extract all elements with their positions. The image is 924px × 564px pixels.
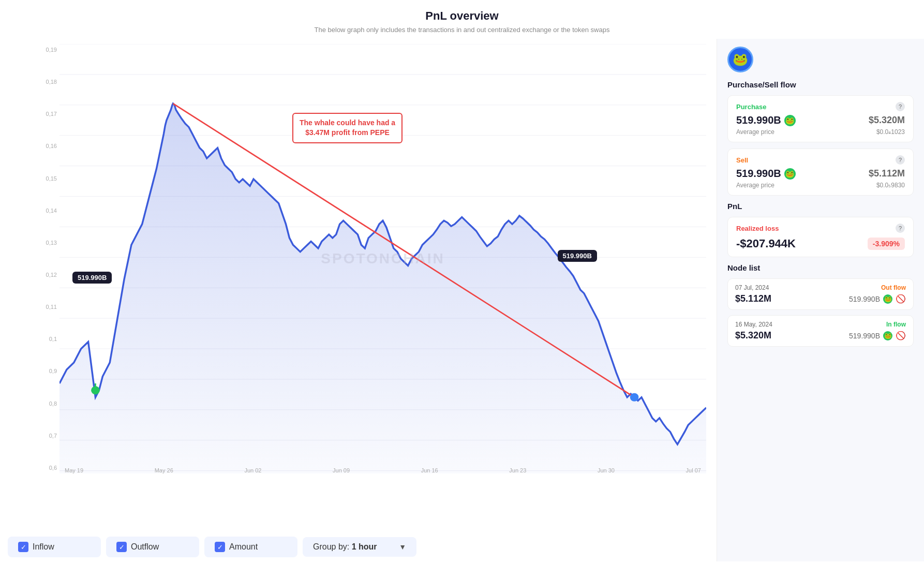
x-label-jun09: Jun 09 [333,467,350,473]
pnl-title: PnL [727,202,914,211]
page-title: PnL overview [0,0,924,26]
x-label-jun30: Jun 30 [598,467,615,473]
tooltip-right: 519.990B [558,250,597,262]
node-1-date: 07 Jul, 2024 [735,284,769,291]
bottom-controls: ✓ Inflow ✓ Outflow ✓ Amount Group by: 1 … [0,532,717,561]
node-2-amounts: $5.320M 519.990B 🐸 🚫 [735,330,906,341]
purchase-amount-left: 519.990B 🐸 [736,114,796,126]
outflow-toggle[interactable]: ✓ Outflow [106,537,199,557]
y-label-013: 0,13 [31,240,57,246]
purchase-sell-title: Purchase/Sell flow [727,80,914,89]
chart-container: 0,19 0,18 0,17 0,16 0,15 0,14 0,13 0,12 … [31,44,706,473]
pnl-section: PnL Realized loss ? -$207.944K -3.909% [727,202,914,257]
chart-area-fill [59,103,706,473]
pnl-card: Realized loss ? -$207.944K -3.909% [727,217,914,257]
purchase-label: Purchase [736,103,767,111]
y-label-016: 0,16 [31,143,57,149]
x-axis: May 19 May 26 Jun 02 Jun 09 Jun 16 Jun 2… [59,467,706,473]
sell-card: Sell ? 519.990B 🐸 $5.112M Average price … [727,149,914,196]
sell-avg-row: Average price $0.0₅9830 [736,182,905,189]
y-label-011: 0,11 [31,304,57,310]
node-list-section: Node list 07 Jul, 2024 Out flow $5.112M … [727,263,914,347]
pnl-value-row: -$207.944K -3.909% [736,237,905,250]
pnl-header: Realized loss ? [736,224,905,233]
sell-help-icon[interactable]: ? [896,155,905,165]
inflow-toggle[interactable]: ✓ Inflow [8,537,101,557]
tooltip-left: 519.990B [72,272,112,284]
purchase-pepe-icon: 🐸 [784,115,796,126]
group-by-prefix: Group by: 1 hour [313,542,377,552]
y-label-012: 0,12 [31,272,57,278]
pnl-badge: -3.909% [868,238,905,250]
page-header: PnL overview The below graph only includ… [0,0,924,34]
node-1-token: 519.990B 🐸 🚫 [849,294,906,304]
x-label-jun02: Jun 02 [244,467,261,473]
node-item-1: 07 Jul, 2024 Out flow $5.112M 519.990B 🐸… [727,278,914,310]
y-label-06: 0,6 [31,465,57,471]
node-1-amounts: $5.112M 519.990B 🐸 🚫 [735,293,906,304]
page-subtitle: The below graph only includes the transa… [0,26,924,34]
chart-svg [59,44,706,473]
amount-label: Amount [229,542,258,552]
x-label-jun16: Jun 16 [421,467,438,473]
outflow-checkbox-icon: ✓ [116,542,127,552]
node-1-eye-slash-icon[interactable]: 🚫 [896,294,906,304]
y-label-014: 0,14 [31,207,57,214]
y-label-010: 0,1 [31,336,57,342]
node-2-date: 16 May, 2024 [735,321,772,328]
chevron-down-icon: ▼ [399,543,406,551]
sell-amount-left: 519.990B 🐸 [736,168,796,180]
node-2-token: 519.990B 🐸 🚫 [849,331,906,341]
node-1-flow-type: Out flow [881,284,906,291]
chart-dot-end [630,393,639,402]
sell-usd: $5.112M [869,168,905,179]
node-list-title: Node list [727,263,914,272]
annotation-box: The whale could have had a $3.47M profit… [292,113,403,143]
node-1-pepe-icon: 🐸 [883,294,892,304]
purchase-help-icon[interactable]: ? [896,102,905,111]
node-2-flow-type: In flow [886,321,906,328]
purchase-header: Purchase ? [736,102,905,111]
inflow-label: Inflow [33,542,54,552]
chart-area: 0,19 0,18 0,17 0,16 0,15 0,14 0,13 0,12 … [0,39,717,561]
sell-label: Sell [736,156,748,164]
group-by-dropdown[interactable]: Group by: 1 hour ▼ [303,537,416,557]
node-2-eye-slash-icon[interactable]: 🚫 [896,331,906,341]
realized-loss-label: Realized loss [736,225,779,232]
y-label-019: 0,19 [31,47,57,53]
sell-header: Sell ? [736,155,905,165]
amount-checkbox-icon: ✓ [215,542,225,552]
x-label-jul07: Jul 07 [686,467,701,473]
y-label-09: 0,9 [31,368,57,374]
x-label-may19: May 19 [65,467,83,473]
pnl-value: -$207.944K [736,237,796,250]
amount-toggle[interactable]: ✓ Amount [204,537,297,557]
node-item-2: 16 May, 2024 In flow $5.320M 519.990B 🐸 … [727,315,914,347]
pnl-help-icon[interactable]: ? [896,224,905,233]
purchase-amount-row: 519.990B 🐸 $5.320M [736,114,905,126]
x-label-may26: May 26 [155,467,173,473]
y-label-017: 0,17 [31,111,57,117]
sell-amount-row: 519.990B 🐸 $5.112M [736,168,905,180]
main-layout: 0,19 0,18 0,17 0,16 0,15 0,14 0,13 0,12 … [0,39,924,561]
x-label-jun23: Jun 23 [509,467,526,473]
outflow-label: Outflow [131,542,159,552]
node-item-1-header: 07 Jul, 2024 Out flow [735,284,906,291]
node-1-usd: $5.112M [735,293,771,304]
chart-svg-wrapper: 519.990B 519.990B The whale could have h… [59,44,706,473]
node-item-2-header: 16 May, 2024 In flow [735,321,906,328]
right-panel: 🐸 Purchase/Sell flow Purchase ? 519.990B… [717,39,924,561]
purchase-usd: $5.320M [869,115,905,126]
node-2-usd: $5.320M [735,330,771,341]
y-label-08: 0,8 [31,400,57,407]
inflow-checkbox-icon: ✓ [18,542,28,552]
node-2-pepe-icon: 🐸 [883,331,892,340]
y-label-015: 0,15 [31,175,57,182]
purchase-card: Purchase ? 519.990B 🐸 $5.320M Average pr… [727,95,914,142]
token-avatar: 🐸 [727,47,753,72]
sell-pepe-icon: 🐸 [784,168,796,180]
y-label-07: 0,7 [31,433,57,439]
y-axis: 0,19 0,18 0,17 0,16 0,15 0,14 0,13 0,12 … [31,44,57,473]
purchase-avg-row: Average price $0.0₄1023 [736,128,905,136]
y-label-018: 0,18 [31,79,57,85]
